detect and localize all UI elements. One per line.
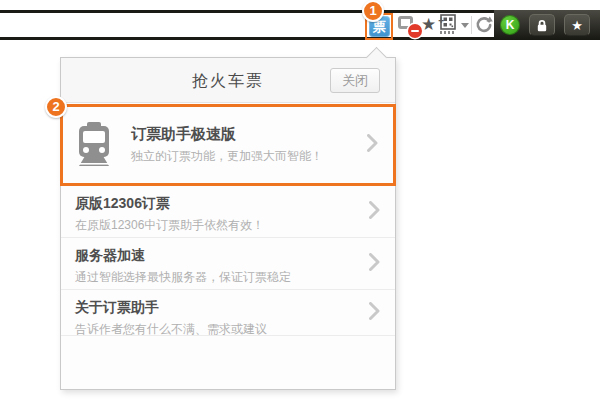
bookmark-add-icon[interactable]: ★ + [421, 14, 441, 36]
chevron-right-icon [369, 201, 380, 223]
menu-item-subtitle: 在原版12306中订票助手依然有效！ [75, 217, 381, 234]
blocked-badge-icon [408, 24, 422, 38]
toolbar-right-panel: K ★ [494, 10, 600, 40]
menu-item-title: 原版12306订票 [75, 195, 381, 213]
menu-item-subtitle: 独立的订票功能，更加强大而智能！ [131, 148, 323, 165]
menu-item-original-12306[interactable]: 原版12306订票 在原版12306中订票助手依然有效！ [61, 186, 395, 238]
minus-icon [411, 30, 419, 32]
ad-blocker-icon[interactable] [398, 16, 422, 38]
k-app-button[interactable]: K [500, 15, 520, 35]
ticket-popup-panel: 抢火车票 关闭 订票助手极速版 独立的订票功能，更加强大而智能！ [60, 57, 396, 390]
qr-caption-icon [440, 31, 455, 34]
star-icon: ★ [571, 19, 583, 32]
reload-icon[interactable] [475, 15, 493, 35]
menu-item-subtitle: 通过智能选择最快服务器，保证订票稳定 [75, 269, 381, 286]
lock-icon [536, 19, 548, 32]
menu-item-title: 订票助手极速版 [131, 125, 323, 144]
qr-code-icon[interactable] [440, 14, 457, 36]
chevron-right-icon [367, 134, 378, 156]
menu-item-about[interactable]: 关于订票助手 告诉作者您有什么不满、需求或建议 [61, 290, 395, 336]
popup-header: 抢火车票 关闭 [61, 58, 395, 103]
menu-item-speed-edition[interactable]: 订票助手极速版 独立的订票功能，更加强大而智能！ [60, 104, 396, 186]
menu-item-subtitle: 告诉作者您有什么不满、需求或建议 [75, 321, 381, 338]
menu-item-texts: 订票助手极速版 独立的订票功能，更加强大而智能！ [131, 125, 323, 165]
close-button[interactable]: 关闭 [330, 68, 380, 93]
menu-item-server-acceleration[interactable]: 服务器加速 通过智能选择最快服务器，保证订票稳定 [61, 238, 395, 290]
menu-item-title: 服务器加速 [75, 247, 381, 265]
chevron-right-icon [369, 302, 380, 324]
dropdown-caret-icon[interactable] [461, 23, 469, 28]
lock-button[interactable] [529, 14, 555, 36]
popup-footer [61, 336, 395, 388]
menu-item-title: 关于订票助手 [75, 299, 381, 317]
callout-step-2: 2 [45, 96, 67, 118]
chevron-right-icon [369, 253, 380, 275]
callout-step-1: 1 [362, 0, 384, 22]
toolbar-separator [471, 16, 472, 34]
train-icon [77, 122, 111, 168]
favorites-button[interactable]: ★ [564, 14, 590, 36]
star-icon: ★ [421, 15, 436, 34]
